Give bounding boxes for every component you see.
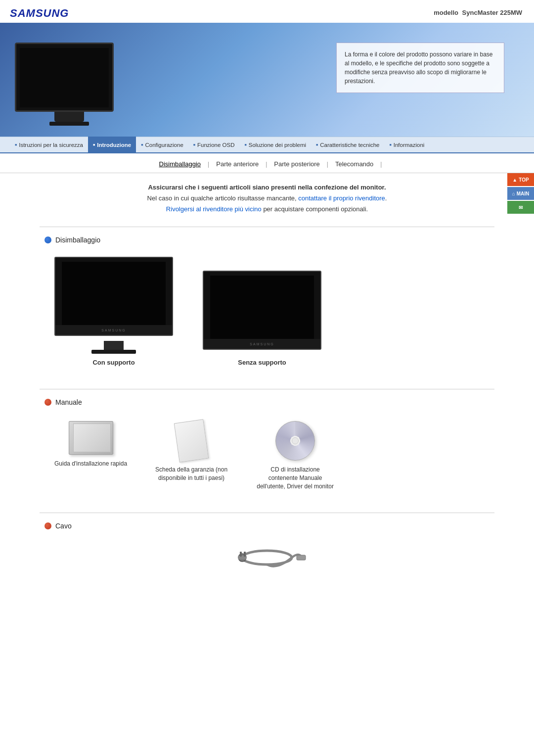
label-garanzia: Scheda della garanzia (non disponibile i… xyxy=(152,466,231,482)
svg-rect-3 xyxy=(240,552,242,557)
svg-rect-5 xyxy=(297,555,306,560)
info-line2-post: . xyxy=(385,194,387,202)
cd-center xyxy=(292,437,299,444)
section-title-row-cavo: Cavo xyxy=(44,522,494,530)
monitor-base2-1 xyxy=(91,350,136,354)
divider-1 xyxy=(40,227,494,227)
nav-item-osd[interactable]: Funzione OSD xyxy=(188,137,240,153)
samsung-logo: SAMSUNG xyxy=(10,7,69,20)
cd-label: CD di installazione contenente Manuale d… xyxy=(257,466,334,490)
guida-label: Guida d'installazione rapida xyxy=(54,460,127,467)
cd-image xyxy=(275,421,315,461)
nav-label-informazioni: Informazioni xyxy=(394,142,425,148)
hero-notice-box: La forma e il colore del prodotto posson… xyxy=(336,43,504,93)
float-buttons-panel: ▲ TOP ⌂ MAIN ✉ xyxy=(507,173,534,214)
cable-image xyxy=(227,543,307,572)
model-label: modello xyxy=(434,9,458,16)
nav-item-informazioni[interactable]: Informazioni xyxy=(384,137,429,153)
section-icon-disimballaggio xyxy=(44,236,51,243)
tab-label-posteriore: Parte posteriore xyxy=(274,160,320,168)
monitor-screen-1 xyxy=(62,262,166,325)
label-senza-supporto: Senza supporto xyxy=(238,359,286,366)
label-con-supporto: Con supporto xyxy=(92,359,134,366)
main-arrow-icon: ⌂ xyxy=(512,191,515,196)
item-col-senza-supporto: SAMSUNG Senza supporto xyxy=(203,271,321,366)
model-name: SyncMaster 225MW xyxy=(462,9,522,16)
info-link-vicino[interactable]: Rivolgersi al rivenditore più vicino xyxy=(166,205,264,213)
model-info: modello SyncMaster 225MW xyxy=(434,9,524,16)
section-title-manuale: Manuale xyxy=(55,398,82,406)
info-line3-post: per acquistare componenti opzionali. xyxy=(263,205,368,213)
item-col-garanzia: Scheda della garanzia (non disponibile i… xyxy=(152,421,231,482)
hero-banner: La forma e il colore del prodotto posson… xyxy=(0,23,534,137)
section-title-row-manuale: Manuale xyxy=(44,398,494,406)
info-line1: Assicurarsi che i seguenti articoli sian… xyxy=(148,184,386,191)
monitor-senza-supporto-img: SAMSUNG xyxy=(203,271,321,350)
tab-label-disimballaggio: Disimballaggio xyxy=(159,160,201,168)
section-title-cavo: Cavo xyxy=(55,522,72,530)
section-cavo: Cavo xyxy=(40,522,494,580)
top-label: TOP xyxy=(519,177,529,183)
tab-parte-posteriore[interactable]: Parte posteriore xyxy=(267,160,327,168)
card-image xyxy=(174,419,209,463)
monitor-screen xyxy=(20,48,109,107)
tab-sep-4: | xyxy=(380,161,382,168)
monitor-bottom-2: SAMSUNG xyxy=(204,339,320,349)
monitor-stand-outer-1 xyxy=(91,341,136,354)
nav-label-sicurezza: Istruzioni per la sicurezza xyxy=(19,142,83,148)
monitor-stand xyxy=(54,112,84,122)
tab-telecomando[interactable]: Telecomando xyxy=(328,160,380,168)
divider-3 xyxy=(40,513,494,513)
disimballaggio-items-row: SAMSUNG Con supporto SAMSUNG Senza supp xyxy=(40,252,494,374)
nav-item-introduzione[interactable]: Introduzione xyxy=(88,137,136,153)
info-text-block: Assicurarsi che i seguenti articoli sian… xyxy=(40,182,494,215)
main-button[interactable]: ⌂ MAIN xyxy=(507,187,534,200)
label-cd: CD di installazione contenente Manuale d… xyxy=(256,466,335,490)
section-title-row-disimballaggio: Disimballaggio xyxy=(44,236,494,244)
tab-label-anteriore: Parte anteriore xyxy=(216,160,259,168)
nav-item-configurazione[interactable]: Configurazione xyxy=(136,137,188,153)
hero-monitor-image xyxy=(15,43,124,127)
nav-item-problemi[interactable]: Soluzione dei problemi xyxy=(239,137,311,153)
manual-items-row: Guida d'installazione rapida Scheda dell… xyxy=(40,414,494,497)
monitor-neck-1 xyxy=(104,341,124,350)
nav-label-osd: Funzione OSD xyxy=(197,142,234,148)
nav-label-problemi: Soluzione dei problemi xyxy=(249,142,306,148)
monitor-bottom-1: SAMSUNG xyxy=(55,325,172,335)
tab-label-telecomando: Telecomando xyxy=(335,160,373,168)
tab-disimballaggio[interactable]: Disimballaggio xyxy=(152,160,208,168)
top-arrow-icon: ▲ xyxy=(512,177,517,183)
item-col-cd: CD di installazione contenente Manuale d… xyxy=(256,421,335,490)
nav-label-caratteristiche: Caratteristiche tecniche xyxy=(320,142,379,148)
tab-parte-anteriore[interactable]: Parte anteriore xyxy=(209,160,266,168)
svg-rect-4 xyxy=(244,552,246,557)
section-manuale: Manuale Guida d'installazione rapida Sch… xyxy=(40,398,494,497)
nav-label-configurazione: Configurazione xyxy=(145,142,183,148)
garanzia-label: Scheda della garanzia (non disponibile i… xyxy=(155,466,227,481)
section-icon-cavo xyxy=(44,522,51,529)
item-col-con-supporto: SAMSUNG Con supporto xyxy=(54,257,173,366)
item-col-guida: Guida d'installazione rapida xyxy=(54,421,127,468)
monitor-base xyxy=(49,122,89,126)
top-button[interactable]: ▲ TOP xyxy=(507,173,534,186)
main-label: MAIN xyxy=(517,191,530,196)
nav-item-sicurezza[interactable]: Istruzioni per la sicurezza xyxy=(10,137,88,153)
sub-tabs-bar: Disimballaggio | Parte anteriore | Parte… xyxy=(0,153,534,173)
email-icon: ✉ xyxy=(519,205,523,210)
monitor-con-supporto-img: SAMSUNG xyxy=(54,257,173,336)
hero-notice-text: La forma e il colore del prodotto posson… xyxy=(345,51,493,85)
section-icon-manuale xyxy=(44,399,51,406)
book-image xyxy=(69,421,113,455)
label-guida: Guida d'installazione rapida xyxy=(54,460,127,468)
info-line2-pre: Nel caso in cui qualche articolo risulta… xyxy=(147,194,299,202)
nav-label-introduzione: Introduzione xyxy=(97,142,131,148)
monitor-screen-2 xyxy=(210,276,314,339)
email-button[interactable]: ✉ xyxy=(507,201,534,214)
section-title-disimballaggio: Disimballaggio xyxy=(55,236,100,244)
nav-bar: Istruzioni per la sicurezza Introduzione… xyxy=(0,137,534,153)
info-link-rivenditore[interactable]: contattare il proprio rivenditore xyxy=(298,194,385,202)
monitor-body xyxy=(15,43,114,112)
cable-area xyxy=(40,538,494,580)
nav-item-caratteristiche[interactable]: Caratteristiche tecniche xyxy=(311,137,384,153)
page-header: SAMSUNG modello SyncMaster 225MW xyxy=(0,0,534,20)
